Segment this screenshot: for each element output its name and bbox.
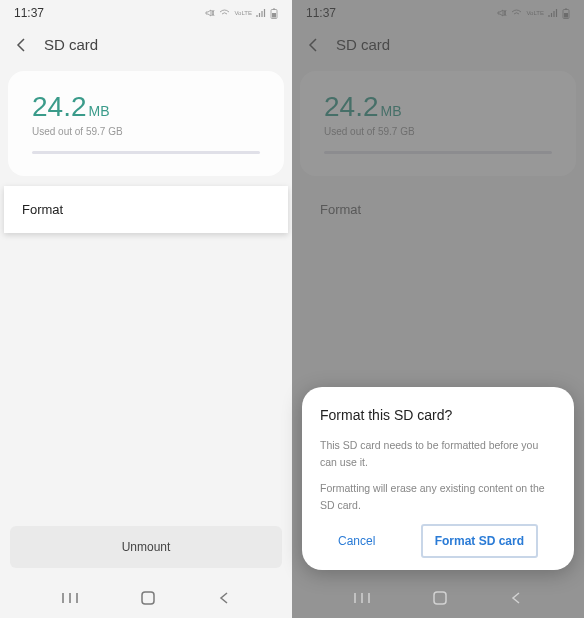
back-icon[interactable] xyxy=(306,37,322,53)
wifi-icon xyxy=(219,8,230,18)
status-time: 11:37 xyxy=(306,6,336,20)
svg-rect-6 xyxy=(564,13,568,18)
volte-icon: VoLTE xyxy=(526,10,544,16)
dialog-body: This SD card needs to be formatted befor… xyxy=(320,437,556,514)
mute-icon xyxy=(205,8,215,18)
cancel-button[interactable]: Cancel xyxy=(338,534,375,548)
signal-icon xyxy=(548,8,558,18)
format-sd-card-button[interactable]: Format SD card xyxy=(421,524,538,558)
storage-subtext: Used out of 59.7 GB xyxy=(324,126,552,137)
volte-icon: VoLTE xyxy=(234,10,252,16)
nav-back-icon[interactable] xyxy=(217,591,231,605)
storage-progress-bar xyxy=(32,151,260,154)
battery-icon xyxy=(562,8,570,19)
status-bar: 11:37 VoLTE xyxy=(292,0,584,26)
storage-usage: 24.2MB xyxy=(324,91,552,123)
svg-rect-1 xyxy=(273,8,275,9)
svg-rect-5 xyxy=(565,8,567,9)
header: SD card xyxy=(292,26,584,67)
dialog-line2: Formatting will erase any existing conte… xyxy=(320,480,556,514)
storage-progress-bar xyxy=(324,151,552,154)
signal-icon xyxy=(256,8,266,18)
storage-subtext: Used out of 59.7 GB xyxy=(32,126,260,137)
storage-value: 24.2 xyxy=(324,91,379,122)
format-button[interactable]: Format xyxy=(4,186,288,233)
header: SD card xyxy=(0,26,292,67)
svg-rect-7 xyxy=(434,592,446,604)
nav-back-icon[interactable] xyxy=(509,591,523,605)
nav-home-icon[interactable] xyxy=(432,590,448,606)
nav-bar xyxy=(292,578,584,618)
back-icon[interactable] xyxy=(14,37,30,53)
status-bar: 11:37 VoLTE xyxy=(0,0,292,26)
page-title: SD card xyxy=(336,36,390,53)
storage-unit: MB xyxy=(89,103,110,119)
unmount-button[interactable]: Unmount xyxy=(10,526,282,568)
battery-icon xyxy=(270,8,278,19)
format-dialog: Format this SD card? This SD card needs … xyxy=(302,387,574,570)
page-title: SD card xyxy=(44,36,98,53)
dialog-actions: Cancel Format SD card xyxy=(320,524,556,558)
svg-rect-3 xyxy=(142,592,154,604)
storage-card: 24.2MB Used out of 59.7 GB xyxy=(8,71,284,176)
svg-rect-2 xyxy=(272,13,276,18)
phone-screen-left: 11:37 VoLTE SD card 24.2MB Used out of 5… xyxy=(0,0,292,618)
mute-icon xyxy=(497,8,507,18)
storage-card: 24.2MB Used out of 59.7 GB xyxy=(300,71,576,176)
storage-value: 24.2 xyxy=(32,91,87,122)
nav-home-icon[interactable] xyxy=(140,590,156,606)
format-button: Format xyxy=(296,186,580,233)
storage-unit: MB xyxy=(381,103,402,119)
status-time: 11:37 xyxy=(14,6,44,20)
wifi-icon xyxy=(511,8,522,18)
status-icons: VoLTE xyxy=(205,8,278,19)
dialog-line1: This SD card needs to be formatted befor… xyxy=(320,437,556,471)
nav-recents-icon[interactable] xyxy=(353,591,371,605)
nav-bar xyxy=(0,578,292,618)
nav-recents-icon[interactable] xyxy=(61,591,79,605)
status-icons: VoLTE xyxy=(497,8,570,19)
storage-usage: 24.2MB xyxy=(32,91,260,123)
phone-screen-right: 11:37 VoLTE SD card 24.2MB Used out of 5… xyxy=(292,0,584,618)
dialog-title: Format this SD card? xyxy=(320,407,556,423)
